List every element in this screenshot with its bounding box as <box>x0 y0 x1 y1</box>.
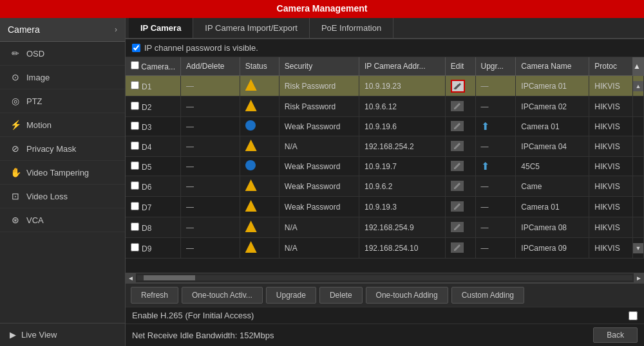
row-checkbox[interactable] <box>131 161 139 170</box>
cell-protocol: HIKVIS <box>589 117 633 136</box>
row-checkbox[interactable] <box>131 181 139 190</box>
status-warning-icon <box>245 241 257 253</box>
col-upgrade: Upgr... <box>475 57 516 76</box>
row-scroll-down[interactable]: ▼ <box>633 243 643 253</box>
h265-checkbox[interactable] <box>629 311 638 320</box>
cell-camera-name: IPCamera 04 <box>516 136 589 157</box>
cell-security: Weak Password <box>279 117 359 136</box>
table-row: D1—Risk Password10.9.19.23 —IPCamera 01H… <box>126 76 644 96</box>
cell-edit[interactable] <box>445 96 475 117</box>
status-circle-icon <box>245 160 256 170</box>
edit-icon[interactable] <box>451 121 464 131</box>
h265-label: Enable H.265 (For Initial Access) <box>132 311 254 320</box>
horizontal-scrollbar[interactable]: ◄ ► <box>126 273 644 283</box>
upgrade-dash: — <box>481 182 489 191</box>
scroll-right-button[interactable]: ► <box>634 273 644 283</box>
row-scroll-up[interactable]: ▲ <box>633 81 643 91</box>
sidebar-item-motion[interactable]: ⚡ Motion <box>0 113 125 137</box>
password-visible-checkbox[interactable] <box>132 44 140 52</box>
sidebar-camera-header[interactable]: Camera › <box>0 18 125 42</box>
cell-edit[interactable] <box>445 157 475 176</box>
sidebar: Camera › ✏ OSD ⊙ Image ◎ PTZ ⚡ Motion ⊘ … <box>0 18 126 346</box>
col-camera-name: Camera Name <box>516 57 589 76</box>
camera-id: D2 <box>142 103 151 112</box>
status-bar: Net Receive Idle Bandwidth: 152Mbps Back <box>126 323 644 346</box>
video-loss-icon: ⊡ <box>10 191 21 201</box>
cell-add-delete: — <box>181 176 240 197</box>
edit-icon[interactable] <box>451 141 464 151</box>
camera-id: D1 <box>142 82 151 91</box>
cell-edit[interactable] <box>445 217 475 238</box>
col-scroll-up[interactable]: ▲ <box>633 57 644 76</box>
tabs-bar: IP Camera IP Camera Import/Export PoE In… <box>126 18 644 39</box>
edit-icon[interactable] <box>451 181 464 191</box>
cell-protocol: HIKVIS <box>589 176 633 197</box>
add-delete-dash: — <box>186 182 194 191</box>
cell-camera-name: IPCamera 09 <box>516 238 589 259</box>
svg-marker-6 <box>454 183 460 189</box>
tab-ip-camera-import-export[interactable]: IP Camera Import/Export <box>193 18 310 38</box>
cell-add-delete: — <box>181 238 240 259</box>
cell-camera-name: Camera 01 <box>516 117 589 136</box>
delete-button[interactable]: Delete <box>319 287 363 304</box>
camera-id: D3 <box>142 123 151 132</box>
cell-protocol: HIKVIS <box>589 96 633 117</box>
motion-icon: ⚡ <box>10 120 21 130</box>
select-all-checkbox[interactable] <box>131 61 139 69</box>
tab-poe-information[interactable]: PoE Information <box>310 18 393 38</box>
table-header-row: Camera... Add/Delete Status Security IP … <box>126 57 644 76</box>
sidebar-item-privacy-mask[interactable]: ⊘ Privacy Mask <box>0 137 125 161</box>
camera-id: D6 <box>142 183 151 192</box>
sidebar-item-image[interactable]: ⊙ Image <box>0 66 125 89</box>
row-checkbox[interactable] <box>131 122 139 130</box>
edit-icon[interactable] <box>451 222 464 232</box>
sidebar-item-video-loss[interactable]: ⊡ Video Loss <box>0 185 125 208</box>
scroll-left-button[interactable]: ◄ <box>126 273 136 283</box>
cell-status <box>240 157 279 176</box>
one-touch-adding-button[interactable]: One-touch Adding <box>366 287 448 304</box>
scroll-thumb <box>144 275 195 280</box>
cell-edit[interactable] <box>445 238 475 259</box>
cell-id: D1 <box>126 76 181 96</box>
cell-add-delete: — <box>181 217 240 238</box>
cell-edit[interactable] <box>445 136 475 157</box>
edit-icon[interactable] <box>451 201 464 212</box>
row-checkbox[interactable] <box>131 141 139 150</box>
col-status: Status <box>240 57 279 76</box>
cell-id: D5 <box>126 157 181 176</box>
row-checkbox[interactable] <box>131 81 139 89</box>
svg-marker-2 <box>454 103 460 109</box>
custom-adding-button[interactable]: Custom Adding <box>451 287 524 304</box>
password-visible-label: IP channel password is visible. <box>144 43 258 53</box>
refresh-button[interactable]: Refresh <box>131 287 178 304</box>
edit-icon[interactable] <box>451 242 464 253</box>
sidebar-item-vca[interactable]: ⊛ VCA <box>0 208 125 232</box>
sidebar-item-ptz[interactable]: ◎ PTZ <box>0 89 125 113</box>
row-checkbox[interactable] <box>131 102 139 110</box>
cell-upgrade: — <box>475 176 516 197</box>
row-checkbox[interactable] <box>131 223 139 231</box>
cell-edit[interactable] <box>445 76 475 96</box>
cell-ip-addr: 192.168.254.10 <box>359 238 446 259</box>
cell-status <box>240 117 279 136</box>
edit-icon-highlighted[interactable] <box>451 80 465 93</box>
one-touch-activate-button[interactable]: One-touch Activ... <box>182 287 263 304</box>
tab-ip-camera[interactable]: IP Camera <box>129 18 193 38</box>
sidebar-item-osd[interactable]: ✏ OSD <box>0 42 125 66</box>
cell-edit[interactable] <box>445 176 475 197</box>
row-checkbox[interactable] <box>131 243 139 251</box>
cell-edit[interactable] <box>445 197 475 217</box>
cell-security: N/A <box>279 238 359 259</box>
back-button[interactable]: Back <box>593 327 638 343</box>
sidebar-item-video-tampering[interactable]: ✋ Video Tampering <box>0 161 125 185</box>
bandwidth-label: Net Receive Idle Bandwidth: 152Mbps <box>132 331 274 340</box>
image-icon: ⊙ <box>10 72 21 82</box>
upgrade-button[interactable]: Upgrade <box>266 287 316 304</box>
edit-icon[interactable] <box>451 101 464 111</box>
edit-icon[interactable] <box>451 161 464 171</box>
svg-marker-9 <box>454 244 460 251</box>
row-checkbox[interactable] <box>131 202 139 210</box>
cell-edit[interactable] <box>445 117 475 136</box>
cell-status <box>240 217 279 238</box>
sidebar-item-live-view[interactable]: ▶ Live View <box>0 323 125 346</box>
